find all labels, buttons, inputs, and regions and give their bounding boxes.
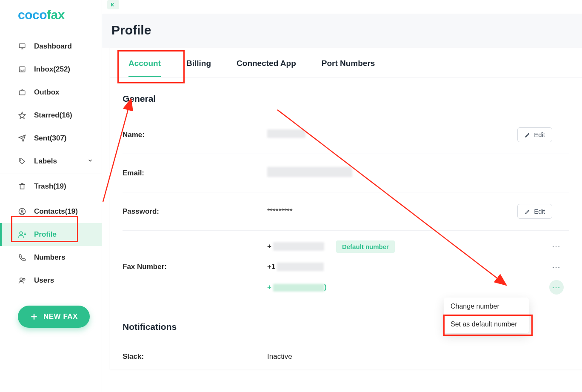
tag-icon xyxy=(18,157,26,166)
chevron-left-bar-icon xyxy=(110,2,116,8)
logo-fax: fax xyxy=(47,8,65,22)
sidebar-item-label: Sent(307) xyxy=(34,134,67,143)
fax-number-value: +) xyxy=(267,283,327,292)
fax-more-button[interactable]: ⋯ xyxy=(549,239,564,254)
fax-number-value: + xyxy=(267,242,324,251)
sidebar-item-numbers[interactable]: Numbers xyxy=(0,246,102,269)
fax-number-item: + Default number ⋯ xyxy=(267,239,569,254)
tab-port-numbers[interactable]: Port Numbers xyxy=(322,59,375,77)
profile-icon xyxy=(18,230,26,239)
inbox-icon xyxy=(18,65,26,74)
tab-billing[interactable]: Billing xyxy=(186,59,211,77)
sidebar-item-users[interactable]: Users xyxy=(0,269,102,292)
sidebar-item-label: Inbox(252) xyxy=(34,65,70,74)
sidebar-item-label: Outbox xyxy=(34,88,60,97)
sidebar-item-label: Users xyxy=(34,276,54,285)
svg-point-12 xyxy=(20,278,23,280)
sidebar-item-outbox[interactable]: Outbox xyxy=(0,81,102,104)
sidebar-item-label: Numbers xyxy=(34,253,66,262)
fax-more-dropdown: Change number Set as default number xyxy=(444,298,529,333)
logo: cocofax xyxy=(0,6,102,35)
outbox-icon xyxy=(18,88,26,97)
email-label: Email: xyxy=(123,169,267,177)
tab-connected-app[interactable]: Connected App xyxy=(237,59,296,77)
general-section: General Name: Edit Email: xyxy=(110,77,582,303)
send-icon xyxy=(18,134,26,143)
sidebar-item-label: Contacts(19) xyxy=(34,207,78,216)
pencil-icon xyxy=(525,209,531,215)
edit-name-button[interactable]: Edit xyxy=(517,127,552,142)
divider xyxy=(0,174,102,174)
slack-value: Inactive xyxy=(267,352,569,361)
password-value: ********* xyxy=(267,207,517,216)
sidebar-item-trash[interactable]: Trash(19) xyxy=(0,175,102,198)
slack-label: Slack: xyxy=(123,352,267,361)
tab-account[interactable]: Account xyxy=(128,59,161,77)
sidebar-item-contacts[interactable]: Contacts(19) xyxy=(0,200,102,223)
fax-number-list: + Default number ⋯ +1 ⋯ +) ⋯ xyxy=(267,231,569,303)
user-circle-icon xyxy=(18,207,26,216)
svg-rect-4 xyxy=(19,91,25,95)
sidebar-collapse-button[interactable] xyxy=(107,0,119,9)
sidebar-item-inbox[interactable]: Inbox(252) xyxy=(0,58,102,81)
new-fax-label: NEW FAX xyxy=(43,312,78,321)
row-email: Email: xyxy=(123,154,569,192)
row-slack: Slack: Inactive xyxy=(123,344,569,369)
row-fax-number: Fax Number: + Default number ⋯ +1 ⋯ xyxy=(123,231,569,303)
sidebar-item-sent[interactable]: Sent(307) xyxy=(0,127,102,150)
fax-number-item: +1 ⋯ xyxy=(267,260,569,274)
logo-coco: coco xyxy=(18,8,47,22)
tabs: Account Billing Connected App Port Numbe… xyxy=(110,48,582,77)
edit-password-button[interactable]: Edit xyxy=(517,204,552,219)
row-password: Password: ********* Edit xyxy=(123,192,569,231)
row-name: Name: Edit xyxy=(123,116,569,154)
trash-icon xyxy=(18,182,26,191)
page-title: Profile xyxy=(111,23,582,37)
divider xyxy=(0,199,102,199)
fax-label: Fax Number: xyxy=(123,263,267,271)
svg-marker-5 xyxy=(19,112,26,119)
page-header: Profile xyxy=(102,14,582,48)
edit-label: Edit xyxy=(534,131,545,138)
chevron-down-icon xyxy=(87,157,93,166)
sidebar: cocofax Dashboard Inbox(252) Outbox xyxy=(0,0,102,392)
dropdown-set-default[interactable]: Set as default number xyxy=(444,315,529,333)
svg-point-6 xyxy=(20,160,21,160)
sidebar-nav: Dashboard Inbox(252) Outbox Starred(16) xyxy=(0,35,102,292)
password-label: Password: xyxy=(123,207,267,216)
name-value xyxy=(267,129,517,140)
star-icon xyxy=(18,111,26,120)
svg-rect-0 xyxy=(19,44,25,48)
sidebar-item-label: Starred(16) xyxy=(34,111,72,120)
sidebar-item-dashboard[interactable]: Dashboard xyxy=(0,35,102,58)
sidebar-item-label: Profile xyxy=(34,230,57,239)
phone-icon xyxy=(18,253,26,262)
sidebar-item-profile[interactable]: Profile xyxy=(0,223,102,246)
svg-point-13 xyxy=(23,278,25,280)
dropdown-change-number[interactable]: Change number xyxy=(444,298,529,315)
svg-point-8 xyxy=(21,210,23,212)
sidebar-item-starred[interactable]: Starred(16) xyxy=(0,104,102,127)
email-value xyxy=(267,167,552,179)
plus-icon xyxy=(30,312,38,321)
sidebar-item-labels[interactable]: Labels xyxy=(0,150,102,173)
sidebar-item-label: Dashboard xyxy=(34,42,72,51)
users-icon xyxy=(18,276,26,285)
pencil-icon xyxy=(525,132,531,138)
default-number-badge: Default number xyxy=(336,240,395,253)
name-label: Name: xyxy=(123,131,267,139)
svg-point-9 xyxy=(20,232,23,235)
edit-label: Edit xyxy=(534,208,545,215)
sidebar-item-label: Labels xyxy=(34,157,57,166)
fax-more-button[interactable]: ⋯ xyxy=(549,260,564,274)
fax-more-button[interactable]: ⋯ xyxy=(549,280,564,295)
fax-number-item: +) ⋯ xyxy=(267,280,569,295)
section-heading: General xyxy=(123,88,569,116)
monitor-icon xyxy=(18,42,26,51)
sidebar-item-label: Trash(19) xyxy=(34,182,66,191)
main: Profile Account Billing Connected App Po… xyxy=(102,0,582,392)
new-fax-button[interactable]: NEW FAX xyxy=(18,306,90,328)
fax-number-value: +1 xyxy=(267,263,324,272)
